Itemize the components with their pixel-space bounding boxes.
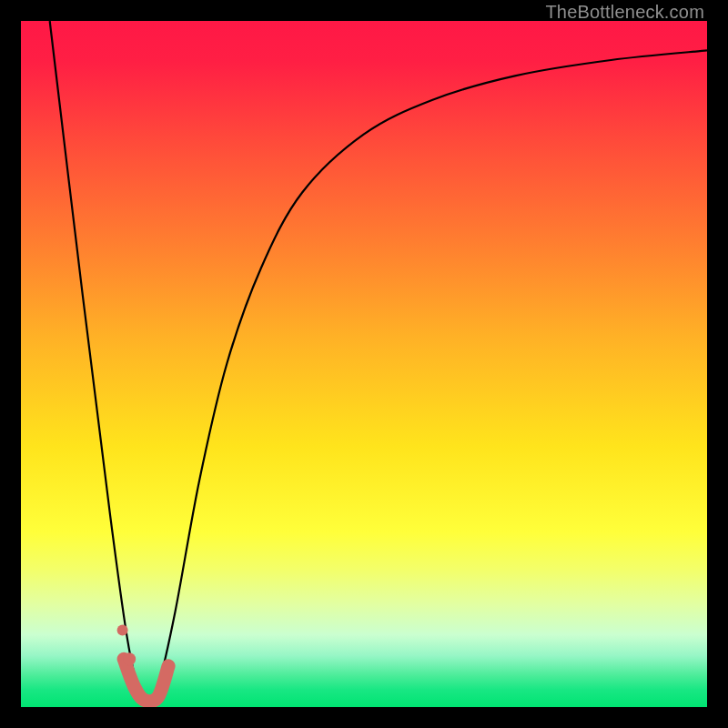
gradient-background [21,21,707,707]
watermark-label: TheBottleneck.com [545,2,704,23]
plot-frame [21,21,707,707]
marker-dot-2 [123,652,136,665]
bottleneck-chart [21,21,707,707]
marker-dot-1 [117,625,128,636]
